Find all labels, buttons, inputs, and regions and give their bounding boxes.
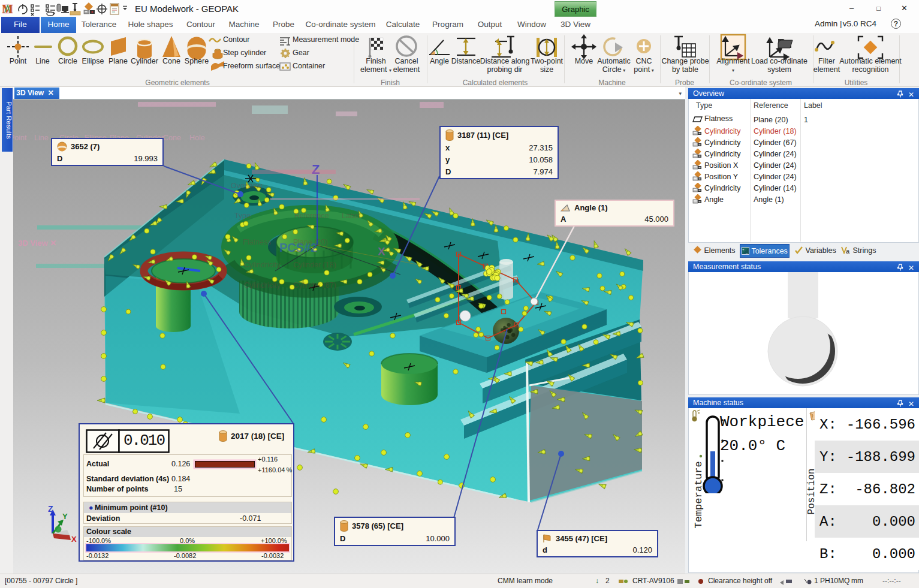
svg-text:Reference: Reference <box>294 212 329 220</box>
svg-text:Hole: Hole <box>189 134 205 142</box>
svg-text:Cylindricity: Cylindricity <box>244 261 281 269</box>
svg-text:Z: Z <box>312 162 320 177</box>
svg-text:Overview: Overview <box>231 182 263 190</box>
svg-text:Point: Point <box>13 134 27 142</box>
svg-text:X: X <box>378 245 385 258</box>
svg-text:X: X <box>71 535 77 544</box>
svg-text:3D View ✕: 3D View ✕ <box>18 239 56 248</box>
svg-text:M: M <box>2 2 13 16</box>
svg-text:Z: Z <box>48 504 53 514</box>
svg-text:Cylinder (18): Cylinder (18) <box>293 261 336 269</box>
svg-text:+: + <box>742 248 745 251</box>
svg-text:Plane (20): Plane (20) <box>293 238 328 246</box>
svg-text:Cylinder (67): Cylinder (67) <box>293 281 336 290</box>
svg-text:Cone: Cone <box>163 134 181 142</box>
svg-text:Label: Label <box>342 212 360 220</box>
svg-text:a: a <box>846 248 850 254</box>
svg-text:Cylindricity: Cylindricity <box>244 281 281 290</box>
svg-text:Flatness: Flatness <box>243 238 271 246</box>
svg-text:Line: Line <box>34 134 49 142</box>
svg-text:Type: Type <box>234 212 251 220</box>
svg-text:Y: Y <box>62 512 68 521</box>
